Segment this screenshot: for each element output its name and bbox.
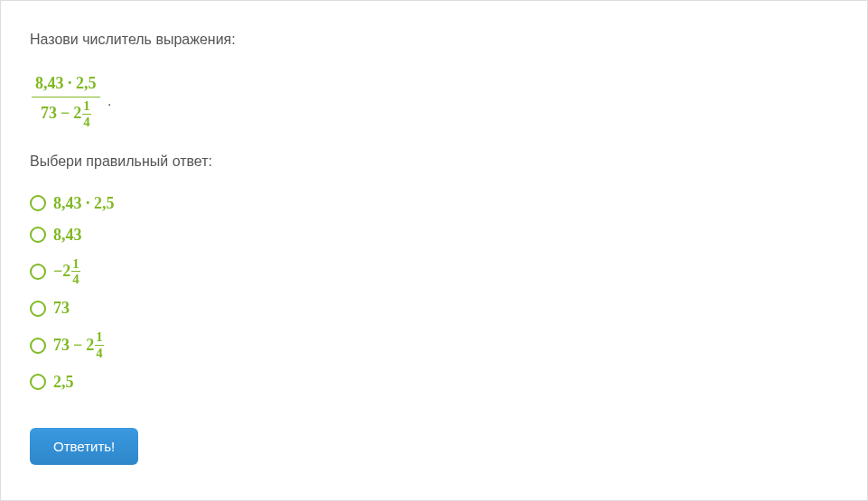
choose-answer-text: Выбери правильный ответ:	[30, 152, 838, 172]
option-1[interactable]: 8,43 · 2,5	[30, 194, 838, 213]
question-prompt: Назови числитель выражения:	[30, 30, 838, 50]
submit-button[interactable]: Ответить!	[30, 428, 138, 465]
radio-icon	[30, 195, 46, 211]
expression-period: .	[107, 93, 111, 108]
option-5-label: 73−214	[53, 330, 104, 360]
question-content: Назови числитель выражения: 8,43 · 2,5 7…	[1, 1, 867, 494]
radio-icon	[30, 338, 46, 354]
expr-numerator: 8,43 · 2,5	[32, 71, 100, 97]
option-4-label: 73	[53, 299, 70, 318]
expr-denominator: 73−214	[32, 97, 100, 131]
options-group: 8,43 · 2,5 8,43 −214 73 73−214 2,5	[30, 194, 838, 392]
option-6[interactable]: 2,5	[30, 373, 838, 392]
option-6-label: 2,5	[53, 373, 74, 392]
option-3-label: −214	[53, 257, 80, 287]
radio-icon	[30, 374, 46, 390]
option-1-label: 8,43 · 2,5	[53, 194, 115, 213]
main-expression: 8,43 · 2,5 73−214 .	[30, 71, 111, 130]
option-5[interactable]: 73−214	[30, 330, 838, 360]
radio-icon	[30, 264, 46, 280]
radio-icon	[30, 301, 46, 317]
option-2-label: 8,43	[53, 226, 82, 245]
radio-icon	[30, 227, 46, 243]
option-4[interactable]: 73	[30, 299, 838, 318]
option-2[interactable]: 8,43	[30, 226, 838, 245]
option-3[interactable]: −214	[30, 257, 838, 287]
